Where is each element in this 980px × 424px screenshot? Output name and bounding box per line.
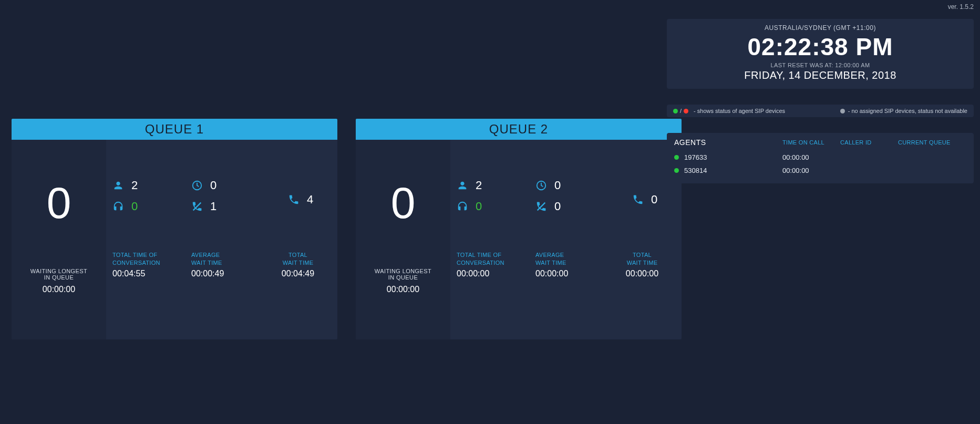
stat-calls-value: 0 bbox=[651, 193, 657, 206]
waiting-count: 0 bbox=[356, 181, 450, 225]
stat-agents: 2 bbox=[112, 179, 191, 192]
agent-time-on-call: 00:00:00 bbox=[782, 153, 840, 161]
agents-col-queue: CURRENT QUEUE bbox=[898, 139, 966, 146]
stat-on-call: 0 bbox=[457, 200, 535, 213]
missed-call-icon bbox=[191, 201, 203, 212]
stat-calls-value: 4 bbox=[307, 193, 313, 206]
stat-agents-value: 2 bbox=[131, 179, 138, 192]
waiting-count: 0 bbox=[12, 181, 106, 225]
agents-col-caller: CALLER ID bbox=[840, 139, 898, 146]
user-icon bbox=[457, 180, 468, 191]
clock-icon bbox=[535, 180, 547, 191]
queue-title: QUEUE 1 bbox=[12, 119, 337, 140]
date-label: FRIDAY, 14 DECEMBER, 2018 bbox=[672, 69, 968, 81]
agents-col-time: TIME ON CALL bbox=[782, 139, 840, 146]
stat-wait: 0 bbox=[535, 179, 614, 192]
queues-container: QUEUE 1 0 WAITING LONGESTIN QUEUE 00:00:… bbox=[12, 119, 682, 339]
queue-card: QUEUE 2 0 WAITING LONGESTIN QUEUE 00:00:… bbox=[356, 119, 682, 339]
agents-card: AGENTS TIME ON CALL CALLER ID CURRENT QU… bbox=[667, 133, 974, 183]
missed-call-icon bbox=[535, 201, 547, 212]
metric-label: TOTALWAIT TIME bbox=[614, 251, 670, 267]
metric-total-wait: TOTALWAIT TIME 00:00:00 bbox=[614, 251, 675, 278]
metric-value: 00:00:49 bbox=[191, 269, 265, 278]
agent-row: 197633 00:00:00 bbox=[674, 151, 966, 164]
metric-value: 00:00:00 bbox=[614, 269, 670, 278]
legend-status-text: - shows status of agent SIP devices bbox=[694, 108, 785, 114]
metric-label: AVERAGEWAIT TIME bbox=[535, 251, 609, 267]
status-dot-green-icon bbox=[674, 168, 679, 173]
metric-label: TOTALWAIT TIME bbox=[270, 251, 326, 267]
waiting-column: 0 WAITING LONGESTIN QUEUE 00:00:00 bbox=[356, 140, 450, 339]
phone-icon bbox=[288, 194, 300, 205]
clock-card: AUSTRALIA/SYDNEY (GMT +11:00) 02:22:38 P… bbox=[667, 19, 974, 89]
version-label: ver. 1.5.2 bbox=[948, 3, 974, 11]
agent-id: 530814 bbox=[684, 167, 707, 174]
stats-column: 2 0 0 0 0 bbox=[450, 140, 682, 339]
queue-title: QUEUE 2 bbox=[356, 119, 682, 140]
stat-missed: 0 bbox=[535, 200, 614, 213]
agent-id: 197633 bbox=[684, 153, 707, 161]
status-dot-grey-icon bbox=[840, 109, 845, 113]
metric-total-wait: TOTALWAIT TIME 00:04:49 bbox=[270, 251, 331, 278]
stat-wait-value: 0 bbox=[210, 179, 216, 192]
headset-icon bbox=[112, 201, 124, 212]
agents-header: AGENTS TIME ON CALL CALLER ID CURRENT QU… bbox=[674, 138, 966, 151]
stat-missed-value: 0 bbox=[554, 200, 561, 213]
stat-on-call-value: 0 bbox=[476, 200, 482, 213]
metric-value: 00:04:49 bbox=[270, 269, 326, 278]
metric-avg-wait: AVERAGEWAIT TIME 00:00:00 bbox=[535, 251, 614, 278]
stat-calls: 0 bbox=[614, 179, 675, 221]
stat-agents: 2 bbox=[457, 179, 535, 192]
clock-time: 02:22:38 PM bbox=[672, 33, 968, 61]
waiting-longest-time: 00:00:00 bbox=[356, 285, 450, 294]
stats-column: 2 0 4 0 1 bbox=[106, 140, 337, 339]
metric-value: 00:00:00 bbox=[457, 269, 530, 278]
agent-row: 530814 00:00:00 bbox=[674, 164, 966, 177]
metric-avg-wait: AVERAGEWAIT TIME 00:00:49 bbox=[191, 251, 270, 278]
phone-icon bbox=[632, 194, 644, 205]
metric-total-conv: TOTAL TIME OFCONVERSATION 00:04:55 bbox=[112, 251, 191, 278]
stat-calls: 4 bbox=[270, 179, 331, 221]
side-panel: AUSTRALIA/SYDNEY (GMT +11:00) 02:22:38 P… bbox=[667, 19, 974, 183]
last-reset-label: LAST RESET WAS AT: 12:00:00 AM bbox=[672, 62, 968, 68]
status-dot-green-icon bbox=[674, 155, 679, 160]
agent-time-on-call: 00:00:00 bbox=[782, 167, 840, 174]
waiting-column: 0 WAITING LONGESTIN QUEUE 00:00:00 bbox=[12, 140, 106, 339]
timezone-label: AUSTRALIA/SYDNEY (GMT +11:00) bbox=[672, 24, 968, 32]
stat-wait: 0 bbox=[191, 179, 270, 192]
metric-value: 00:04:55 bbox=[112, 269, 186, 278]
metric-label: TOTAL TIME OFCONVERSATION bbox=[457, 251, 530, 267]
status-dot-red-icon bbox=[684, 109, 688, 113]
agent-id-cell: 530814 bbox=[674, 167, 782, 174]
legend-card: / - shows status of agent SIP devices - … bbox=[667, 105, 974, 117]
legend-none: - no assigned SIP devices, status not av… bbox=[840, 108, 967, 114]
clock-icon bbox=[191, 180, 203, 191]
stat-on-call-value: 0 bbox=[131, 200, 138, 213]
headset-icon bbox=[457, 201, 468, 212]
user-icon bbox=[112, 180, 124, 191]
legend-none-text: - no assigned SIP devices, status not av… bbox=[848, 108, 967, 114]
metric-value: 00:00:00 bbox=[535, 269, 609, 278]
agents-title: AGENTS bbox=[674, 138, 782, 147]
stat-missed-value: 1 bbox=[210, 200, 216, 213]
waiting-longest-label: WAITING LONGESTIN QUEUE bbox=[12, 268, 106, 281]
stat-wait-value: 0 bbox=[554, 179, 561, 192]
status-dot-green-icon bbox=[673, 109, 678, 113]
legend-status: / - shows status of agent SIP devices bbox=[673, 108, 785, 114]
waiting-longest-time: 00:00:00 bbox=[12, 285, 106, 294]
metric-total-conv: TOTAL TIME OFCONVERSATION 00:00:00 bbox=[457, 251, 535, 278]
metric-label: AVERAGEWAIT TIME bbox=[191, 251, 265, 267]
waiting-longest-label: WAITING LONGESTIN QUEUE bbox=[356, 268, 450, 281]
metric-label: TOTAL TIME OFCONVERSATION bbox=[112, 251, 186, 267]
stat-on-call: 0 bbox=[112, 200, 191, 213]
queue-card: QUEUE 1 0 WAITING LONGESTIN QUEUE 00:00:… bbox=[12, 119, 337, 339]
stat-missed: 1 bbox=[191, 200, 270, 213]
stat-agents-value: 2 bbox=[476, 179, 482, 192]
agent-id-cell: 197633 bbox=[674, 153, 782, 161]
